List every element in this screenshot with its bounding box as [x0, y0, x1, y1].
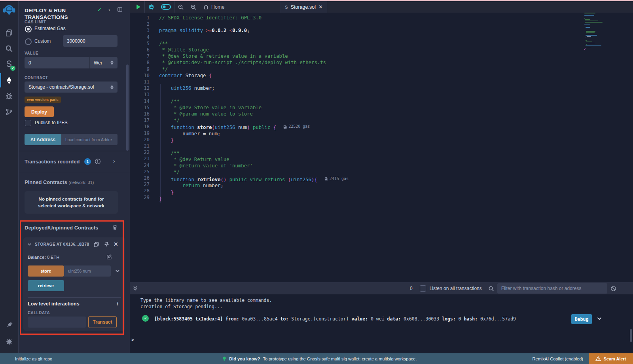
plugin-manager-icon[interactable] [0, 317, 18, 333]
line-number-gutter: 1234567891011121314151617181920212223242… [130, 15, 150, 201]
trash-icon[interactable] [112, 224, 118, 230]
settings-gear-icon[interactable] [0, 334, 18, 349]
copy-address-icon[interactable] [93, 241, 99, 247]
terminal-line: creation of Storage pending... [140, 304, 223, 309]
code-line: /** [159, 150, 349, 156]
at-address-button[interactable]: At Address [25, 134, 61, 145]
panel-expand-icon[interactable]: › [108, 7, 110, 13]
minimap-line [586, 32, 595, 33]
collapse-terminal-icon[interactable] [130, 283, 141, 294]
minimap-line [585, 23, 586, 24]
zoom-in-icon[interactable] [187, 1, 200, 13]
filter-transactions-input[interactable]: Filter with transaction hash or address [497, 283, 607, 294]
contract-select[interactable]: Storage - contracts/Storage.sol [25, 82, 118, 93]
terminal-scrollbar[interactable] [630, 329, 632, 342]
edit-balance-icon[interactable] [106, 254, 112, 260]
run-script-icon[interactable] [130, 1, 144, 13]
code-line [159, 21, 349, 27]
line-number: 26 [130, 175, 150, 181]
terminal-header: 0 Listen on all transactions Filter with… [130, 282, 633, 295]
ai-copilot-icon[interactable] [145, 1, 158, 13]
search-icon[interactable] [0, 41, 18, 57]
transaction-log-line[interactable]: [block:5583405 txIndex:4] from: 0xa03...… [154, 316, 516, 322]
calldata-input[interactable] [28, 317, 86, 328]
custom-gas-radio[interactable] [25, 38, 32, 45]
scam-alert-badge[interactable]: Scam Alert [589, 353, 633, 364]
deployed-contract-card: STORAGE AT 0X136...8B78 ✕ Balance: 0 ETH [23, 237, 125, 331]
file-explorer-icon[interactable] [0, 25, 18, 41]
calldata-label: CALLDATA [28, 311, 50, 315]
deploy-button[interactable]: Deploy [25, 106, 54, 117]
copilot-toggle-icon[interactable] [158, 1, 174, 13]
store-arg-input[interactable]: uint256 num [64, 265, 111, 277]
estimated-gas-radio[interactable] [25, 26, 32, 32]
publish-ipfs-label: Publish to IPFS [35, 120, 68, 125]
line-number: 19 [130, 130, 150, 136]
at-address-input[interactable]: Load contract from Addre [61, 134, 118, 145]
panel-pin-view-icon[interactable] [117, 7, 123, 12]
retrieve-function-button[interactable]: retrieve [28, 280, 64, 291]
evm-version-badge: evm version: paris [25, 97, 61, 103]
code-editor[interactable]: 1234567891011121314151617181920212223242… [130, 13, 633, 282]
line-number: 6 [130, 47, 150, 53]
store-function-button[interactable]: store [28, 265, 64, 277]
code-line: } [159, 189, 349, 195]
panel-scrollbar[interactable] [126, 64, 129, 151]
home-tab[interactable]: Home [200, 1, 227, 13]
minimap-line [586, 48, 586, 49]
tab-storage-sol[interactable]: S Storage.sol ✕ [280, 1, 328, 13]
minimap-line [584, 49, 585, 50]
gas-estimate-annotation: 22520 gas [283, 123, 310, 130]
terminal-search-icon[interactable] [485, 283, 497, 294]
pin-icon[interactable] [104, 241, 110, 247]
terminal[interactable]: Type the library name to see available c… [130, 294, 633, 353]
clear-terminal-icon[interactable] [607, 283, 620, 294]
value-input[interactable]: 0 [25, 57, 89, 68]
git-init-status[interactable]: Initialize as git repo [15, 356, 52, 361]
line-number: 3 [130, 27, 150, 34]
publish-ipfs-checkbox[interactable] [25, 120, 31, 126]
line-number: 29 [130, 194, 150, 201]
debug-button[interactable]: Debug [571, 314, 592, 324]
code-line: number = num; [159, 131, 349, 137]
code-line: * @dev Return value [159, 156, 349, 163]
solidity-compiler-icon[interactable]: ✓ [0, 57, 18, 72]
close-instance-icon[interactable]: ✕ [114, 241, 118, 247]
editor-minimap[interactable] [584, 13, 613, 52]
copilot-status[interactable]: RemixAI Copilot (enabled) [533, 356, 583, 361]
debugger-icon[interactable] [0, 88, 18, 104]
listen-count: 0 [410, 286, 413, 291]
remix-logo-icon[interactable] [2, 4, 16, 16]
line-number: 9 [130, 66, 150, 72]
listen-all-checkbox[interactable] [420, 285, 426, 292]
transact-button[interactable]: Transact [88, 316, 117, 328]
value-unit-select[interactable]: Wei [89, 57, 118, 68]
code-line: return number; [159, 182, 349, 189]
close-tab-icon[interactable]: ✕ [318, 4, 323, 10]
code-line: * @dev Store value in variable [159, 104, 349, 111]
unit-spinner-icon[interactable] [110, 59, 114, 66]
minimap-line [584, 18, 585, 19]
pinned-empty-message: No pinned contracts found for selected w… [25, 191, 118, 214]
chevron-down-icon [27, 242, 32, 246]
panel-title: DEPLOY & RUN TRANSACTIONS [25, 7, 96, 21]
code-line: * @custom:dev-run-script ./scripts/deplo… [159, 59, 349, 66]
deploy-run-panel: DEPLOY & RUN TRANSACTIONS ✓ › GAS LIMIT … [19, 1, 130, 353]
low-level-info-icon[interactable]: i [117, 301, 118, 307]
expand-args-icon[interactable] [115, 269, 120, 273]
expand-log-icon[interactable] [597, 316, 602, 321]
custom-gas-input[interactable]: 3000000 [63, 35, 118, 47]
minimap-line [585, 22, 603, 23]
divider [19, 151, 130, 151]
line-number: 14 [130, 98, 150, 104]
git-icon[interactable] [0, 104, 18, 120]
zoom-out-icon[interactable] [174, 1, 187, 13]
contract-card-header[interactable]: STORAGE AT 0X136...8B78 [27, 242, 89, 246]
value-label: VALUE [25, 51, 38, 55]
line-number: 8 [130, 59, 150, 66]
transactions-info-icon[interactable] [95, 158, 101, 165]
transactions-expand-icon[interactable]: › [113, 158, 115, 164]
contract-spinner-icon[interactable] [110, 83, 114, 91]
deploy-run-icon[interactable] [0, 72, 18, 88]
code-line [159, 34, 349, 40]
